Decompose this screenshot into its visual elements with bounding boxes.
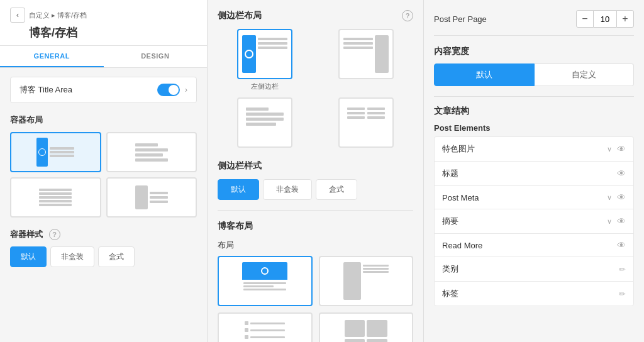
two-col-option[interactable] [338, 97, 394, 148]
pe-row-excerpt: 摘要 ∨ 👁 [434, 209, 634, 233]
post-per-page-control: − 10 + [576, 10, 634, 28]
post-elements-list: 特色图片 ∨ 👁 标题 👁 Post Meta ∨ 👁 [434, 136, 634, 306]
post-elements-title: Post Elements [434, 123, 634, 133]
sidebar-layout-help-icon[interactable]: ? [402, 10, 413, 21]
right-panel: Post Per Page − 10 + 内容宽度 默认 自定义 文章结构 Po… [424, 0, 644, 342]
layout-option-text[interactable] [106, 132, 197, 172]
pe-row-featured-image: 特色图片 ∨ 👁 [434, 136, 634, 161]
back-button[interactable]: ‹ [10, 8, 25, 23]
sidebar-style-buttons: 默认 非盒装 盒式 [218, 179, 413, 200]
blog-layout-list[interactable] [218, 312, 313, 342]
left-header: ‹ 自定义 ▸ 博客/存档 博客/存档 [0, 0, 207, 46]
post-per-page-label: Post Per Page [434, 14, 487, 24]
pe-chevron-icon-2[interactable]: ∨ [607, 194, 612, 202]
container-layout-grid [10, 132, 197, 218]
pe-label-read-more: Read More [442, 241, 482, 250]
post-per-page-row: Post Per Page − 10 + [434, 10, 634, 36]
pe-eye-icon-5[interactable]: 👁 [617, 240, 626, 250]
blog-layout-grid2[interactable] [319, 312, 414, 342]
cw-btn-default[interactable]: 默认 [434, 63, 535, 86]
sidebar-style-btn-boxed[interactable]: 盒式 [316, 179, 357, 200]
panel-title: 博客/存档 [29, 25, 197, 40]
pe-label-featured-image: 特色图片 [442, 143, 475, 155]
layout-option-thumb[interactable] [106, 177, 197, 218]
blog-layout-sub-title: 布局 [218, 240, 413, 251]
pe-edit-icon-2[interactable]: ✏ [619, 289, 626, 299]
pe-row-tag: 标签 ✏ [434, 281, 634, 306]
container-style-help-icon[interactable]: ? [49, 229, 60, 240]
no-sidebar-option[interactable] [237, 97, 292, 148]
tab-general[interactable]: GENERAL [0, 46, 104, 67]
content-width-section: 内容宽度 默认 自定义 [434, 46, 634, 86]
pe-label-category: 类别 [442, 263, 458, 275]
pe-eye-icon-4[interactable]: 👁 [617, 216, 626, 226]
blog-layout-half[interactable] [319, 256, 414, 306]
pe-edit-icon[interactable]: ✏ [619, 265, 626, 274]
title-area-label: 博客 Title Area [19, 84, 72, 96]
title-area-switch[interactable] [157, 84, 180, 96]
blog-layout-grid [218, 256, 413, 342]
tab-bar: GENERAL DESIGN [0, 46, 207, 68]
pe-row-category: 类别 ✏ [434, 256, 634, 281]
layout-option-sidebar-left[interactable] [10, 132, 101, 172]
pe-row-title: 标题 👁 [434, 161, 634, 185]
blog-layout-full[interactable] [218, 256, 313, 306]
pe-eye-icon[interactable]: 👁 [617, 144, 626, 154]
style-btn-unboxed[interactable]: 非盒装 [50, 246, 94, 267]
pe-chevron-icon[interactable]: ∨ [607, 145, 612, 153]
pe-label-title: 标题 [442, 168, 458, 179]
sidebar-right-option[interactable] [338, 29, 394, 79]
pe-label-excerpt: 摘要 [442, 216, 458, 227]
divider-2 [434, 96, 634, 97]
pe-row-post-meta: Post Meta ∨ 👁 [434, 185, 634, 209]
blog-layout-title: 博客布局 [218, 221, 413, 232]
sidebar-layout-title: 侧边栏布局 ? [218, 10, 413, 21]
pe-row-read-more: Read More 👁 [434, 233, 634, 256]
container-layout-title: 容器布局 [10, 114, 197, 126]
ppp-plus-button[interactable]: + [616, 10, 634, 28]
sidebar-style-title: 侧边栏样式 [218, 160, 413, 172]
left-panel: ‹ 自定义 ▸ 博客/存档 博客/存档 GENERAL DESIGN 博客 Ti… [0, 0, 208, 342]
divider [218, 210, 413, 211]
sidebar-style-btn-default[interactable]: 默认 [218, 179, 259, 200]
pe-label-tag: 标签 [442, 288, 458, 299]
ppp-minus-button[interactable]: − [576, 10, 594, 28]
toggle-chevron-icon: › [185, 86, 187, 94]
style-btn-boxed[interactable]: 盒式 [98, 246, 135, 267]
article-structure-title: 文章结构 [434, 106, 634, 117]
layout-option-text-full[interactable] [10, 177, 101, 218]
pe-label-post-meta: Post Meta [442, 193, 479, 202]
sidebar-layout-grid: 左侧边栏 [218, 29, 413, 148]
container-style-title: 容器样式 ? [10, 229, 197, 240]
title-area-toggle-row[interactable]: 博客 Title Area › [10, 77, 197, 103]
pe-chevron-icon-3[interactable]: ∨ [607, 218, 612, 226]
breadcrumb: 自定义 ▸ 博客/存档 [29, 11, 87, 20]
style-btn-default[interactable]: 默认 [10, 246, 47, 267]
middle-panel: 侧边栏布局 ? 左侧边栏 [208, 0, 424, 342]
cw-btn-custom[interactable]: 自定义 [535, 63, 635, 86]
pe-eye-icon-2[interactable]: 👁 [617, 168, 626, 179]
content-width-buttons: 默认 自定义 [434, 63, 634, 86]
tab-design[interactable]: DESIGN [104, 46, 208, 67]
ppp-value: 10 [594, 10, 616, 28]
sidebar-left-label: 左侧边栏 [251, 82, 279, 91]
pe-eye-icon-3[interactable]: 👁 [617, 192, 626, 202]
container-style-buttons: 默认 非盒装 盒式 [10, 246, 197, 267]
sidebar-style-btn-unboxed[interactable]: 非盒装 [263, 179, 312, 200]
content-width-title: 内容宽度 [434, 46, 634, 57]
sidebar-left-option[interactable] [237, 29, 292, 79]
